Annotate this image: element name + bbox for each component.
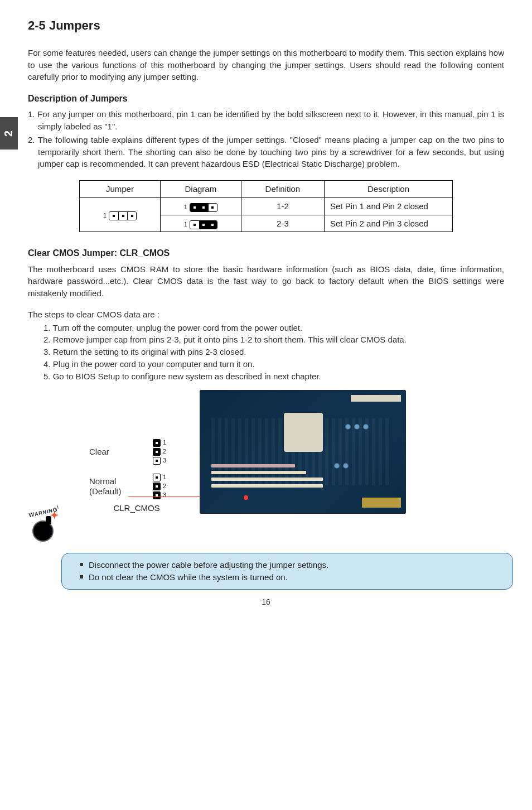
pin-open-icon — [118, 212, 127, 220]
normal-line1: Normal — [89, 476, 116, 486]
pin-closed-icon — [190, 204, 199, 211]
description-heading: Description of Jumpers — [28, 92, 504, 105]
step-5: 5. Go to BIOS Setup to configure new sys… — [43, 370, 504, 383]
th-description: Description — [325, 181, 453, 198]
step-2: 2. Remove jumper cap from pins 2-3, put … — [43, 334, 504, 346]
warning-badge: WARNING! ✦ — [26, 507, 65, 546]
normal-line2: (Default) — [89, 486, 122, 496]
steps-intro: The steps to clear CMOS data are : — [28, 308, 504, 321]
cmos-heading: Clear CMOS Jumper: CLR_CMOS — [28, 247, 504, 259]
step-4: 4. Plug in the power cord to your comput… — [43, 358, 504, 370]
pin1-label: 1 — [184, 220, 187, 229]
section-tab-number: 2 — [1, 130, 17, 136]
jumper-diagram-base: 1 — [103, 211, 137, 220]
pin-number: 1 — [163, 473, 166, 482]
jumper-table: Jumper Diagram Definition Description 1 … — [79, 180, 453, 232]
square-bullet-icon — [80, 563, 83, 566]
callout-line-1: Disconnect the power cable before adjust… — [89, 559, 328, 571]
jumper-diagram-23: 1 — [184, 220, 217, 229]
pin-closed-icon — [199, 221, 208, 229]
jumper-location-marker-icon — [244, 495, 248, 500]
pin-number: 3 — [163, 491, 166, 500]
motherboard-image — [200, 390, 406, 514]
intro-paragraph: For some features needed, users can chan… — [28, 47, 504, 83]
th-diagram: Diagram — [160, 181, 241, 198]
pin1-label: 1 — [184, 203, 187, 212]
callout-line-2: Do not clear the CMOS while the system i… — [89, 571, 288, 584]
pin-number: 3 — [163, 456, 166, 465]
pin-open-icon — [109, 212, 118, 220]
pin-closed-icon — [153, 448, 161, 456]
diagram-23-cell: 1 — [160, 215, 241, 232]
step-1: 1. Turn off the computer, unplug the pow… — [43, 322, 504, 334]
pin-closed-icon — [199, 204, 208, 211]
description-list: 1. For any jumper on this motherboard, p… — [28, 108, 504, 170]
description-12: Set Pin 1 and Pin 2 closed — [325, 197, 453, 215]
warning-callout: Disconnect the power cable before adjust… — [61, 553, 513, 590]
pin1-label: 1 — [103, 211, 107, 220]
definition-23: 2-3 — [241, 215, 324, 232]
page-title: 2-5 Jumpers — [28, 17, 504, 35]
page-number: 16 — [28, 596, 504, 608]
cmos-paragraph: The motherboard uses CMOS RAM to store t… — [28, 263, 504, 300]
normal-label: Normal (Default) — [89, 476, 128, 496]
pin-number: 1 — [163, 438, 166, 447]
diagram-12-cell: 1 — [160, 197, 241, 215]
jumper-base-diagram-cell: 1 — [80, 197, 161, 232]
jumper-diagram-12: 1 — [184, 203, 217, 212]
table-row: 1 1 1-2 — [80, 197, 453, 215]
section-tab: 2 — [0, 117, 18, 150]
th-jumper: Jumper — [80, 181, 161, 198]
clr-cmos-caption: CLR_CMOS — [107, 502, 166, 514]
description-23: Set Pin 2 and Pin 3 closed — [325, 215, 453, 232]
table-header-row: Jumper Diagram Definition Description — [80, 181, 453, 198]
spark-icon: ✦ — [50, 508, 59, 523]
description-item-1: 1. For any jumper on this motherboard, p… — [28, 108, 504, 133]
th-definition: Definition — [241, 181, 324, 198]
step-3: 3. Return the setting to its original wi… — [43, 346, 504, 358]
bomb-icon — [32, 520, 54, 542]
pin-closed-icon — [153, 439, 161, 447]
pin-open-icon — [153, 474, 161, 481]
cmos-jumper-diagrams: Clear 1 2 3 Normal (Default) 1 2 3 CLR_ — [89, 438, 166, 514]
pin-closed-icon — [208, 221, 217, 229]
definition-12: 1-2 — [241, 197, 324, 215]
pin-open-icon — [153, 457, 161, 465]
pin-open-icon — [190, 221, 199, 229]
pin-closed-icon — [153, 483, 161, 490]
square-bullet-icon — [80, 575, 83, 578]
pin-number: 2 — [163, 482, 166, 491]
clear-label: Clear — [89, 447, 128, 457]
pin-open-icon — [127, 212, 136, 220]
pin-open-icon — [208, 204, 217, 211]
steps-list: 1. Turn off the computer, unplug the pow… — [43, 322, 504, 383]
normal-pins: 1 2 3 — [153, 473, 166, 500]
description-item-2: 2. The following table explains differen… — [28, 134, 504, 170]
diagrams-row: Clear 1 2 3 Normal (Default) 1 2 3 CLR_ — [28, 390, 504, 514]
pin-number: 2 — [163, 447, 166, 456]
clear-pins: 1 2 3 — [153, 438, 166, 465]
pin-closed-icon — [153, 491, 161, 499]
